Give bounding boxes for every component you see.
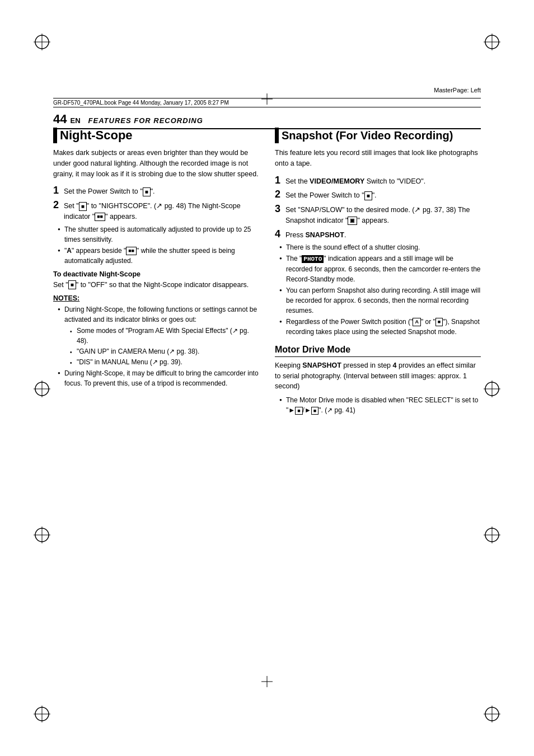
rec-select-icon2: ■ — [311, 407, 318, 415]
main-content: Night-Scope Makes dark subjects or areas… — [53, 128, 481, 420]
night-scope-step-2: 2 Set "■" to "NIGHTSCOPE". (↗ pg. 48) Th… — [53, 199, 259, 222]
motor-drive-bullets: The Motor Drive mode is disabled when "R… — [279, 395, 481, 415]
reg-mark-mid-left — [34, 381, 50, 397]
snap-step-2-number: 2 — [275, 189, 284, 200]
power-icon-step1: ■ — [143, 187, 151, 196]
night-scope-intro: Makes dark subjects or areas even bright… — [53, 148, 259, 179]
step-2-number: 2 — [53, 199, 62, 211]
step-1-text: Set the Power Switch to "■". — [64, 186, 259, 197]
reg-mark-top-right — [484, 34, 500, 50]
night-scope-title: Night-Scope — [53, 128, 259, 143]
note-1-sub-2: "GAIN UP" in CAMERA Menu (↗ pg. 38). — [70, 346, 259, 356]
snapshot-step-2: 2 Set the Power Switch to "■". — [275, 189, 481, 201]
photo-indicator: PHOTO — [302, 255, 324, 263]
nightscope-indicator: ■■ — [95, 213, 105, 221]
snap-step-4-text: Press SNAPSHOT. — [285, 230, 481, 241]
reg-mark-bottom-left — [34, 706, 50, 722]
snapshot-title: Snapshot (For Video Recording) — [275, 128, 481, 143]
snap-step-1-text: Set the VIDEO/MEMORY Switch to "VIDEO". — [285, 176, 481, 187]
title-bar-left — [53, 128, 57, 143]
power-a-icon: A — [413, 318, 421, 326]
night-scope-bullet-1: The shutter speed is automatically adjus… — [58, 224, 259, 245]
right-column: Snapshot (For Video Recording) This feat… — [275, 128, 481, 420]
step-2-text: Set "■" to "NIGHTSCOPE". (↗ pg. 48) The … — [64, 201, 259, 222]
reg-mark-bottom-mid-right — [484, 527, 500, 543]
snapshot-bullets: There is the sound effect of a shutter c… — [279, 242, 481, 337]
note-1-sub-1: Some modes of "Program AE With Special E… — [70, 326, 259, 346]
night-scope-title-text: Night-Scope — [60, 128, 133, 143]
note-1-sub-3: "DIS" in MANUAL Menu (↗ pg. 39). — [70, 357, 259, 367]
page-container: MasterPage: Left GR-DF570_470PAL.book Pa… — [0, 0, 534, 756]
deactivate-title: To deactivate Night-Scope — [53, 270, 259, 278]
reg-mark-bottom-mid-left — [34, 527, 50, 543]
page-number-sub: EN — [70, 116, 80, 125]
section-title: FEATURES FOR RECORDING — [88, 116, 203, 125]
step-1-number: 1 — [53, 185, 62, 196]
snap-step-3-text: Set "SNAP/SLOW" to the desired mode. (↗ … — [285, 205, 481, 226]
note-1: During Night-Scope, the following functi… — [58, 304, 259, 367]
notes-title: NOTES: — [53, 294, 259, 302]
left-column: Night-Scope Makes dark subjects or areas… — [53, 128, 259, 420]
notes-list: During Night-Scope, the following functi… — [58, 304, 259, 388]
snap-step-3-number: 3 — [275, 203, 284, 215]
reg-mark-mid-right — [484, 381, 500, 397]
snapshot-bullet-2: The "PHOTO" indication appears and a sti… — [279, 253, 481, 284]
motor-drive-bullet-1: The Motor Drive mode is disabled when "R… — [279, 395, 481, 415]
snapshot-indicator: ▣ — [348, 217, 357, 225]
night-scope-bullet-2: "A" appears beside "■■" while the shutte… — [58, 246, 259, 266]
motor-drive-text: Keeping SNAPSHOT pressed in step 4 provi… — [275, 360, 481, 392]
file-info-bar: GR-DF570_470PAL.book Page 44 Monday, Jan… — [53, 98, 481, 107]
page-number: 44 — [53, 112, 67, 126]
snapshot-bullet-3: You can perform Snapshot also during rec… — [279, 285, 481, 316]
camera-icon-deactivate: ■ — [68, 280, 76, 289]
snapshot-intro: This feature lets you record still image… — [275, 148, 481, 169]
reg-mark-bottom-right — [484, 706, 500, 722]
night-scope-step-1: 1 Set the Power Switch to "■". — [53, 185, 259, 197]
snap-step-2-text: Set the Power Switch to "■". — [285, 190, 481, 201]
snapshot-bullet-4: Regardless of the Power Switch position … — [279, 317, 481, 337]
snapshot-title-text: Snapshot (For Video Recording) — [282, 129, 453, 142]
night-scope-bullets: The shutter speed is automatically adjus… — [58, 224, 259, 266]
note-2: During Night-Scope, it may be difficult … — [58, 368, 259, 388]
note-1-sub: Some modes of "Program AE With Special E… — [70, 326, 259, 367]
reg-mark-bottom-center — [261, 676, 273, 689]
snapshot-step-3: 3 Set "SNAP/SLOW" to the desired mode. (… — [275, 203, 481, 226]
snapshot-step-4: 4 Press SNAPSHOT. — [275, 228, 481, 241]
file-info-text: GR-DF570_470PAL.book Page 44 Monday, Jan… — [53, 100, 229, 106]
title-bar-right — [275, 128, 279, 143]
master-page-label: MasterPage: Left — [434, 87, 481, 93]
reg-mark-top-left — [34, 34, 50, 50]
snapshot-step-1: 1 Set the VIDEO/MEMORY Switch to "VIDEO"… — [275, 175, 481, 187]
camera-icon-step2: ■ — [79, 202, 87, 211]
deactivate-text: Set "■" to "OFF" so that the Night-Scope… — [53, 280, 259, 290]
snap-step-1-number: 1 — [275, 175, 284, 186]
section-header: 44EN FEATURES FOR RECORDING — [53, 112, 481, 129]
rec-select-icon1: ■ — [295, 407, 302, 415]
nightscope-icon-inline: ■■ — [126, 247, 137, 255]
motor-drive-title: Motor Drive Mode — [275, 345, 481, 357]
snap-step-4-number: 4 — [275, 228, 284, 240]
power-m-icon: ■ — [435, 318, 443, 326]
snapshot-bullet-1: There is the sound effect of a shutter c… — [279, 242, 481, 252]
power-icon-snap-step2: ■ — [364, 191, 372, 200]
